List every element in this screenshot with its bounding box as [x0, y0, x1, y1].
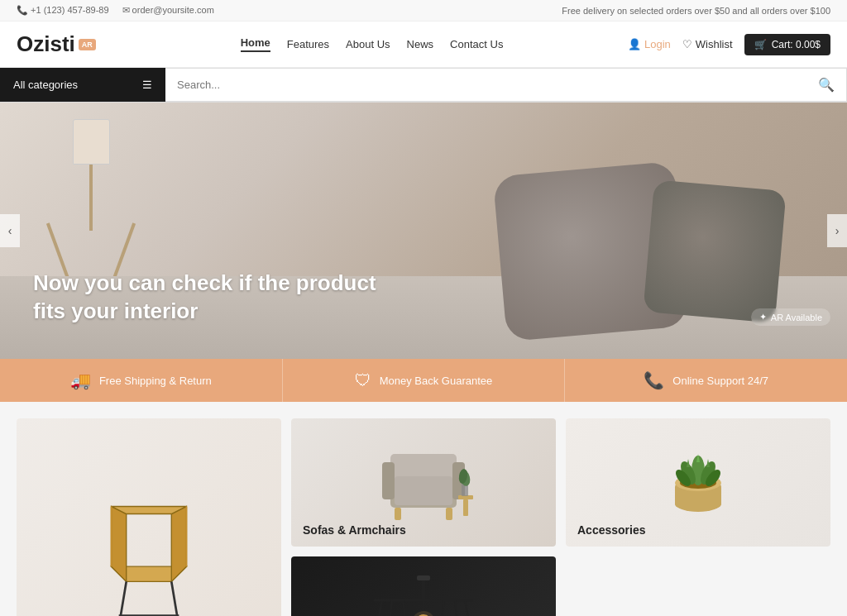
accessories-label: Accessories	[577, 523, 646, 537]
svg-line-5	[171, 581, 179, 616]
lamp-pole	[89, 165, 93, 231]
categories-section: Furniture	[0, 402, 847, 616]
category-sofas[interactable]: Sofas & Armchairs	[291, 418, 556, 547]
cart-icon: 🛒	[754, 39, 767, 50]
header-actions: 👤 Login ♡ Wishlist 🛒 Cart: 0.00$	[628, 34, 830, 55]
svg-line-42	[455, 600, 458, 617]
main-nav: Home Features About Us News Contact Us	[132, 36, 611, 52]
login-icon: 👤	[628, 38, 641, 50]
categories-label: All categories	[13, 79, 78, 91]
logo[interactable]: Ozisti AR	[17, 31, 116, 57]
login-link[interactable]: 👤 Login	[628, 38, 671, 50]
svg-point-51	[412, 611, 435, 617]
lighting-image	[291, 556, 556, 616]
search-input-wrap: 🔍	[165, 68, 847, 102]
top-bar: 📞 +1 (123) 457-89-89 ✉ order@yoursite.co…	[0, 0, 847, 21]
cart-button[interactable]: 🛒 Cart: 0.00$	[744, 34, 830, 55]
pillow-side	[643, 179, 786, 322]
logo-text: Ozisti	[17, 31, 75, 57]
svg-line-4	[119, 581, 127, 616]
feature-shipping-label: Free Shipping & Return	[99, 375, 212, 387]
shipping-icon: 🚚	[70, 370, 91, 390]
header: Ozisti AR Home Features About Us News Co…	[0, 21, 847, 68]
features-bar: 🚚 Free Shipping & Return 🛡 Money Back Gu…	[0, 359, 847, 402]
hero-banner: Now you can check if the product fits yo…	[0, 103, 847, 359]
search-section: All categories ☰ 🔍	[0, 68, 847, 103]
chair-svg	[83, 469, 215, 616]
top-bar-left: 📞 +1 (123) 457-89-89 ✉ order@yoursite.co…	[17, 5, 214, 16]
furniture-image	[17, 418, 281, 616]
accessories-svg	[648, 442, 748, 524]
lighting-svg	[357, 571, 490, 617]
hero-heading: Now you can check if the product fits yo…	[33, 270, 376, 326]
menu-icon: ☰	[142, 79, 152, 91]
sofa-svg	[366, 433, 481, 532]
category-furniture[interactable]: Furniture	[17, 418, 281, 616]
category-lighting[interactable]: Lighting	[291, 556, 556, 616]
svg-marker-1	[112, 506, 127, 581]
guarantee-icon: 🛡	[355, 371, 371, 390]
feature-support: 📞 Online Support 24/7	[564, 359, 847, 402]
svg-rect-10	[390, 454, 457, 479]
svg-line-39	[442, 600, 444, 617]
svg-line-40	[465, 600, 469, 617]
support-icon: 📞	[644, 370, 664, 390]
category-accessories[interactable]: Accessories	[566, 418, 830, 547]
search-button[interactable]: 🔍	[806, 69, 846, 101]
email-address: ✉ order@yoursite.com	[122, 5, 214, 16]
svg-rect-14	[395, 508, 401, 520]
right-arrow-icon: ›	[835, 224, 840, 237]
nav-home[interactable]: Home	[241, 36, 270, 52]
ar-icon: ✦	[759, 312, 767, 322]
hero-prev-button[interactable]: ‹	[0, 214, 20, 247]
svg-rect-15	[446, 508, 452, 520]
heart-icon: ♡	[682, 38, 692, 50]
nav-about[interactable]: About Us	[346, 38, 390, 50]
svg-marker-2	[171, 506, 186, 581]
svg-rect-12	[382, 462, 395, 499]
nav-news[interactable]: News	[407, 38, 434, 50]
left-arrow-icon: ‹	[8, 224, 12, 237]
hero-ar-badge: ✦ AR Available	[751, 308, 830, 326]
svg-rect-33	[417, 575, 430, 580]
feature-support-label: Online Support 24/7	[672, 375, 768, 387]
feature-guarantee: 🛡 Money Back Guarantee	[282, 359, 565, 402]
nav-features[interactable]: Features	[287, 38, 329, 50]
feature-guarantee-label: Money Back Guarantee	[380, 375, 493, 387]
ar-badge: AR	[79, 39, 96, 50]
feature-shipping: 🚚 Free Shipping & Return	[0, 359, 282, 402]
svg-line-36	[378, 600, 382, 617]
wishlist-link[interactable]: ♡ Wishlist	[682, 38, 733, 50]
svg-line-37	[403, 600, 405, 617]
svg-rect-17	[463, 499, 468, 516]
search-icon: 🔍	[818, 78, 835, 92]
search-input[interactable]	[165, 70, 806, 99]
hero-text-overlay: Now you can check if the product fits yo…	[33, 270, 376, 326]
svg-line-41	[389, 600, 392, 617]
sofas-label: Sofas & Armchairs	[303, 523, 406, 537]
lamp-head	[73, 119, 110, 165]
categories-dropdown[interactable]: All categories ☰	[0, 68, 165, 102]
nav-contact[interactable]: Contact Us	[450, 38, 503, 50]
hero-next-button[interactable]: ›	[827, 214, 847, 247]
top-bar-promo: Free delivery on selected orders over $5…	[562, 6, 830, 16]
svg-rect-11	[395, 476, 452, 505]
phone-number: 📞 +1 (123) 457-89-89	[17, 5, 109, 16]
